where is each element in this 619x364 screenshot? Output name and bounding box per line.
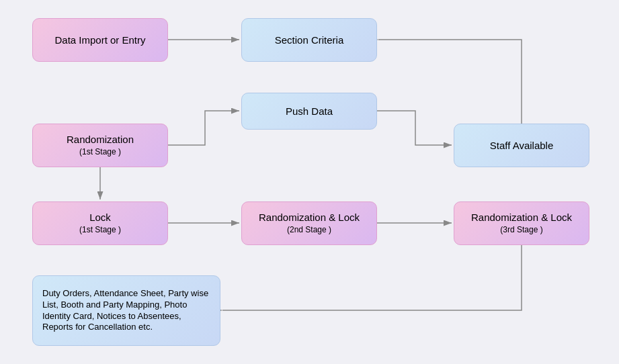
lock-1-label: Lock — [89, 211, 111, 224]
section-criteria-label: Section Criteria — [275, 34, 344, 47]
lock-1-node: Lock (1st Stage ) — [32, 201, 168, 245]
staff-available-label: Staff Available — [490, 139, 554, 152]
data-import-entry-label: Data Import or Entry — [54, 34, 145, 47]
section-criteria-node: Section Criteria — [241, 18, 377, 62]
rand-lock-3-node: Randomization & Lock (3rd Stage ) — [454, 201, 589, 245]
rand-lock-2-sub: (2nd Stage ) — [287, 225, 331, 236]
duty-orders-label: Duty Orders, Attendance Sheet, Party wis… — [42, 288, 210, 334]
randomization-1-node: Randomization (1st Stage ) — [32, 124, 168, 167]
rand-lock-2-label: Randomization & Lock — [259, 211, 360, 224]
push-data-label: Push Data — [286, 105, 333, 118]
rand-lock-3-label: Randomization & Lock — [471, 211, 572, 224]
diagram: Data Import or Entry Section Criteria Pu… — [0, 0, 619, 364]
randomization-1-label: Randomization — [67, 133, 134, 146]
push-data-node: Push Data — [241, 93, 377, 130]
rand-lock-2-node: Randomization & Lock (2nd Stage ) — [241, 201, 377, 245]
data-import-entry-node: Data Import or Entry — [32, 18, 168, 62]
randomization-1-sub: (1st Stage ) — [79, 147, 121, 158]
duty-orders-node: Duty Orders, Attendance Sheet, Party wis… — [32, 275, 220, 346]
staff-available-node: Staff Available — [454, 124, 589, 167]
rand-lock-3-sub: (3rd Stage ) — [500, 225, 542, 236]
lock-1-sub: (1st Stage ) — [79, 225, 121, 236]
